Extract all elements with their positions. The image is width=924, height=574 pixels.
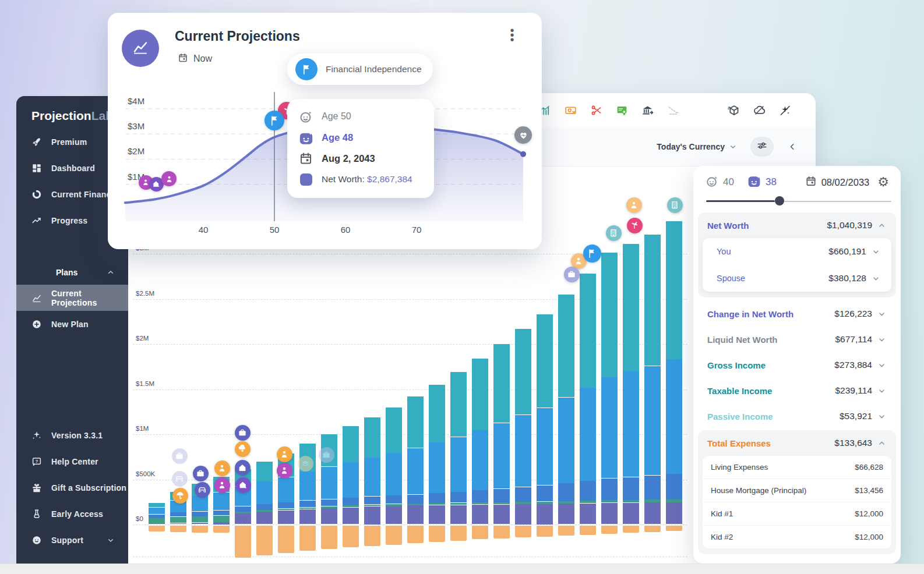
expense-row-living-expenses[interactable]: Living Expenses$66,628 — [703, 456, 891, 479]
segment-negative-orange — [515, 526, 531, 537]
cloud-off-icon[interactable] — [752, 102, 767, 118]
sidebar-item-gift-a-subscription[interactable]: Gift a Subscription — [16, 474, 128, 501]
sidebar-section-plans[interactable]: Plans — [16, 260, 128, 285]
bar-year-21[interactable] — [580, 0, 596, 574]
person-marker[interactable] — [214, 460, 230, 476]
sidebar-item-support[interactable]: Support — [16, 527, 128, 553]
person-marker[interactable] — [161, 171, 177, 186]
year-slider[interactable] — [706, 196, 891, 205]
segment-blue — [644, 366, 661, 475]
segment-dark-blue — [192, 512, 208, 516]
age-you: 40 — [705, 174, 734, 191]
net-worth-row[interactable]: Net Worth$1,040,319 — [698, 212, 896, 238]
y-axis-label: $0 — [136, 515, 143, 522]
segment-green — [558, 501, 574, 504]
stat-row-passive-income[interactable]: Passive Income$53,921 — [698, 403, 896, 429]
svg-text:40: 40 — [199, 225, 209, 235]
total-expenses-value: $133,643 — [834, 438, 887, 448]
kebab-menu-icon[interactable]: ••• — [506, 28, 519, 42]
segment-negative-orange — [644, 526, 661, 532]
segment-blue — [537, 408, 553, 486]
housesearch-marker[interactable] — [235, 477, 251, 493]
car-marker[interactable] — [195, 482, 210, 498]
bar-year-23[interactable] — [623, 0, 639, 574]
house-marker[interactable] — [235, 460, 251, 476]
face-icon — [298, 109, 314, 124]
slider-knob[interactable] — [775, 196, 784, 205]
expense-row-kid-2[interactable]: Kid #2$12,000 — [703, 525, 891, 548]
palm-marker[interactable] — [627, 218, 643, 233]
export-model-icon[interactable] — [726, 102, 741, 118]
segment-dark-blue — [537, 486, 553, 501]
umbrella-marker[interactable] — [172, 488, 188, 504]
sidebar-item-version-3-3-1[interactable]: Version 3.3.1 — [16, 422, 128, 448]
net-worth-sub-row-spouse[interactable]: Spouse$380,128 — [703, 265, 891, 292]
bar-year-22[interactable] — [601, 0, 618, 574]
heartpulse-marker[interactable] — [514, 126, 532, 144]
bar-year-24[interactable] — [644, 0, 661, 574]
segment-green — [364, 505, 380, 506]
segment-purple — [580, 504, 596, 525]
segment-dark-blue — [601, 479, 618, 500]
segment-teal — [515, 329, 531, 415]
segment-negative-orange — [472, 526, 488, 539]
person-marker[interactable] — [214, 477, 230, 493]
briefcase-marker[interactable] — [319, 447, 334, 463]
flag-marker[interactable] — [583, 245, 601, 263]
person-marker[interactable] — [277, 463, 292, 479]
stat-row-liquid-net-worth[interactable]: Liquid Net Worth$677,114 — [698, 327, 896, 352]
segment-dark-blue — [386, 495, 402, 504]
building-marker[interactable] — [667, 197, 683, 213]
segment-blue — [343, 462, 359, 498]
person-marker[interactable] — [626, 197, 642, 213]
page-bottom-strip — [0, 564, 924, 574]
segment-blue — [580, 388, 596, 480]
stat-row-value: $53,921 — [840, 411, 887, 421]
stat-row-label: Taxable Income — [707, 386, 772, 396]
briefcase-marker[interactable] — [172, 448, 188, 464]
sidebar-item-current-projections[interactable]: Current Projections — [16, 285, 128, 311]
expense-row-kid-1[interactable]: Kid #1$12,000 — [703, 502, 891, 525]
effects-off-icon[interactable] — [777, 102, 792, 118]
donut-icon — [31, 189, 42, 200]
stat-row-taxable-income[interactable]: Taxable Income$239,114 — [698, 378, 896, 403]
gradcap-marker[interactable] — [298, 456, 313, 472]
chartline-icon — [31, 293, 42, 303]
gear-icon[interactable]: ⚙ — [877, 176, 889, 189]
chart-settings-button[interactable] — [750, 137, 774, 157]
sidebar-item-early-access[interactable]: Early Access — [16, 501, 128, 527]
y-axis-label: $2M — [136, 335, 149, 342]
stat-row-change-in-net-worth[interactable]: Change in Net Worth$126,223 — [698, 301, 896, 327]
expense-row-label: Kid #1 — [711, 509, 733, 518]
net-worth-sub-row-you[interactable]: You$660,191 — [703, 238, 891, 265]
cloudarrow-marker[interactable] — [235, 441, 251, 457]
segment-blue — [407, 448, 424, 494]
briefcase-marker[interactable] — [193, 466, 209, 481]
dashboard-icon — [31, 163, 42, 173]
collapse-panel-button[interactable] — [787, 141, 798, 153]
segment-blue — [601, 377, 618, 478]
briefcase-marker[interactable] — [235, 425, 251, 441]
segment-green — [192, 516, 208, 522]
segment-dark-blue — [472, 490, 488, 502]
sidebar-item-new-plan[interactable]: New Plan — [16, 311, 128, 337]
segment-purple — [429, 505, 445, 525]
flag-icon — [295, 58, 318, 80]
total-expenses-row[interactable]: Total Expenses$133,643 — [698, 430, 896, 456]
bar-year-20[interactable] — [558, 0, 574, 574]
segment-dark-blue — [558, 483, 574, 501]
segment-purple — [149, 523, 165, 524]
flag-marker[interactable] — [264, 111, 284, 130]
briefcase-marker[interactable] — [564, 267, 580, 282]
stat-row-gross-income[interactable]: Gross Income$273,884 — [698, 352, 896, 378]
building-marker[interactable] — [606, 225, 622, 241]
segment-green — [537, 502, 553, 504]
person-marker[interactable] — [277, 447, 292, 462]
segment-blue — [623, 371, 639, 477]
expense-row-house-mortgage-principal-[interactable]: House Mortgage (Principal)$13,456 — [703, 479, 891, 502]
segment-blue — [192, 496, 208, 511]
car-marker[interactable] — [172, 471, 188, 487]
sidebar-item-help-center[interactable]: ?Help Center — [16, 448, 128, 474]
segment-teal — [256, 462, 273, 481]
bar-year-25[interactable] — [666, 0, 682, 574]
